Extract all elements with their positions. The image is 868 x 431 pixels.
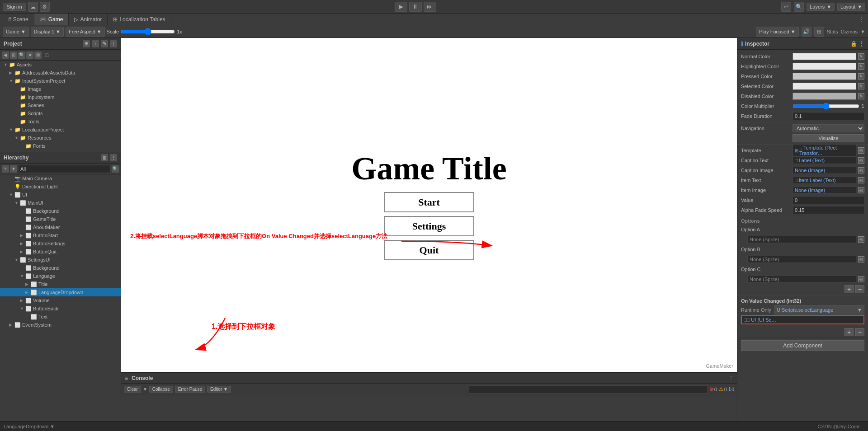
collab-icon[interactable]: ☁ (28, 2, 38, 12)
play-focused-dropdown[interactable]: Play Focused ▼ (756, 27, 799, 37)
fade-duration-input[interactable] (793, 112, 864, 120)
tab-localization[interactable]: ⊞ Localization Tables (108, 14, 171, 25)
display-dropdown[interactable]: Display 1 ▼ (31, 27, 64, 37)
hierarchy-dropdown-icon[interactable]: ▼ (10, 165, 17, 173)
aspect-dropdown[interactable]: Free Aspect ▼ (66, 27, 105, 37)
item-text-target-btn[interactable]: ◎ (858, 177, 864, 183)
tab-scene[interactable]: # Scene (3, 14, 34, 25)
scale-slider[interactable] (121, 28, 175, 35)
project-back-icon[interactable]: ◀ (2, 52, 9, 59)
hierarchy-search-icon[interactable]: 🔍 (112, 165, 119, 173)
template-ref[interactable]: ⊞ :: Template (Rect Transfor… (793, 144, 856, 157)
hier-main-camera[interactable]: 📷 Main Camera (0, 174, 121, 183)
normal-color-picker[interactable]: ✎ (858, 53, 864, 60)
hier-background1[interactable]: ⬜ Background (0, 207, 121, 215)
option-c-ref[interactable]: None (Sprite) (747, 276, 856, 283)
inspector-more-icon[interactable]: ⋮ (859, 41, 864, 47)
project-fwd-icon[interactable]: ⊞ (10, 52, 17, 59)
gizmos-label[interactable]: Gizmos (841, 29, 858, 34)
console-errorpause-btn[interactable]: Error Pause (175, 386, 205, 393)
project-icon4[interactable]: ⋮ (110, 40, 117, 47)
caption-image-target-btn[interactable]: ◎ (858, 167, 864, 173)
project-icon3[interactable]: ✎ (101, 40, 108, 47)
disabled-color-swatch[interactable] (793, 93, 856, 100)
hier-ui[interactable]: ▼ ⬜ UI (0, 191, 121, 199)
console-clear-btn[interactable]: Clear (124, 386, 141, 393)
tree-image[interactable]: 📁 Image (0, 85, 121, 93)
tree-resources[interactable]: ▼ 📁 Resources (0, 134, 121, 142)
tab-game[interactable]: 🎮 Game (34, 14, 69, 25)
signin-button[interactable]: Sign in (3, 3, 26, 11)
hierarchy-add-icon[interactable]: + (2, 165, 9, 173)
layout-dropdown[interactable]: Layout ▼ (837, 3, 865, 11)
tree-tools[interactable]: 📁 Tools (0, 117, 121, 126)
console-editor-btn[interactable]: Editor ▼ (207, 386, 231, 393)
tree-localsettings[interactable]: ▼ 📁 LocalsSettings (0, 150, 121, 151)
console-more[interactable]: ⋮ (729, 375, 733, 380)
tree-locproj[interactable]: ▼ 📁 LocalizationProject (0, 126, 121, 134)
hier-language-dropdown[interactable]: ▶ ⬜ LanguageDropdown (0, 288, 121, 296)
hier-dir-light[interactable]: 💡 Directional Light (0, 183, 121, 191)
pressed-color-swatch[interactable] (793, 73, 856, 80)
highlighted-color-swatch[interactable] (793, 63, 856, 70)
hier-language[interactable]: ▼ ⬜ Language (0, 272, 121, 280)
project-icon2[interactable]: ↕ (92, 40, 99, 47)
navigation-select[interactable]: Automatic (793, 124, 864, 132)
hier-aboutmaker[interactable]: ⬜ AboutMaker (0, 223, 121, 231)
tree-scenes1[interactable]: 📁 Scenes (0, 101, 121, 109)
quit-button[interactable]: Quit (384, 240, 474, 260)
tree-scripts[interactable]: 📁 Scripts (0, 109, 121, 117)
options-minus-btn[interactable]: − (855, 285, 864, 293)
tab-animator[interactable]: ▷ Animator (69, 14, 108, 25)
game-mode-dropdown[interactable]: Game ▼ (3, 27, 29, 37)
hier-gametitle[interactable]: ⬜ GameTitle (0, 215, 121, 223)
search-icon[interactable]: 🔍 (794, 2, 804, 12)
selected-color-picker[interactable]: ✎ (858, 83, 864, 89)
project-thumb-icon[interactable]: ⊠ (34, 52, 42, 59)
hierarchy-search-input[interactable] (18, 165, 111, 173)
option-c-target-btn[interactable]: ◎ (858, 276, 864, 282)
hier-eventsystem[interactable]: ▶ ⬜ EventSystem (0, 321, 121, 329)
add-component-button[interactable]: Add Component (741, 340, 864, 351)
layers-dropdown[interactable]: Layers ▼ (807, 3, 835, 11)
option-b-target-btn[interactable]: ◎ (858, 256, 864, 262)
tree-fonts[interactable]: 📁 Fonts (0, 142, 121, 150)
tree-inputsystem[interactable]: 📁 Inputsystem (0, 93, 121, 101)
play-button[interactable]: ▶ (395, 2, 407, 12)
color-multiplier-input[interactable] (793, 103, 859, 109)
tree-addressable[interactable]: ▶ 📁 AddressableAssetsData (0, 69, 121, 77)
hier-text[interactable]: ⬜ Text (0, 313, 121, 321)
hier-settingsui[interactable]: ▼ ⬜ SettingsUI (0, 256, 121, 264)
hier-btnsettings[interactable]: ▶ ⬜ ButtonSettings (0, 239, 121, 248)
alpha-fade-input[interactable] (793, 206, 864, 214)
project-star-icon[interactable]: ★ (26, 52, 33, 59)
option-a-ref[interactable]: None (Sprite) (747, 236, 856, 243)
start-button[interactable]: Start (384, 192, 474, 212)
ui-scripts-method[interactable]: UIScripts.selectLanguage ▼ (774, 305, 864, 314)
hier-btnquit[interactable]: ▶ ⬜ ButtonQuit (0, 248, 121, 256)
pause-button[interactable]: ⏸ (409, 2, 422, 12)
option-b-ref[interactable]: None (Sprite) (747, 256, 856, 263)
onvalue-plus-btn[interactable]: + (844, 328, 854, 336)
stats-label[interactable]: Stats (827, 29, 838, 34)
console-search-input[interactable] (469, 385, 708, 394)
tree-inputsystemproject[interactable]: ▼ 📁 InputSystemProject (0, 77, 121, 85)
item-text-ref[interactable]: □ Item Label (Text) (793, 177, 856, 184)
pressed-color-picker[interactable]: ✎ (858, 73, 864, 80)
value-input[interactable] (793, 196, 864, 204)
lock-icon[interactable]: 🔒 (850, 41, 857, 47)
hier-title[interactable]: ▶ ⬜ Title (0, 280, 121, 288)
highlighted-color-picker[interactable]: ✎ (858, 63, 864, 70)
option-a-target-btn[interactable]: ◎ (858, 236, 864, 243)
onvalue-minus-btn[interactable]: − (855, 328, 864, 336)
item-image-target-btn[interactable]: ◎ (858, 187, 864, 193)
console-dropdown-icon[interactable]: ▼ (143, 387, 147, 392)
settings-button[interactable]: Settings (384, 216, 474, 236)
console-collapse-btn[interactable]: Collapse (149, 386, 173, 393)
undo-icon[interactable]: ↩ (781, 2, 791, 12)
selected-color-swatch[interactable] (793, 83, 856, 90)
project-icon1[interactable]: ⊞ (83, 40, 90, 47)
disabled-color-picker[interactable]: ✎ (858, 93, 864, 99)
hier-btnstart[interactable]: ▶ ⬜ ButtonStart (0, 231, 121, 239)
project-search-icon[interactable]: 🔍 (18, 52, 25, 59)
